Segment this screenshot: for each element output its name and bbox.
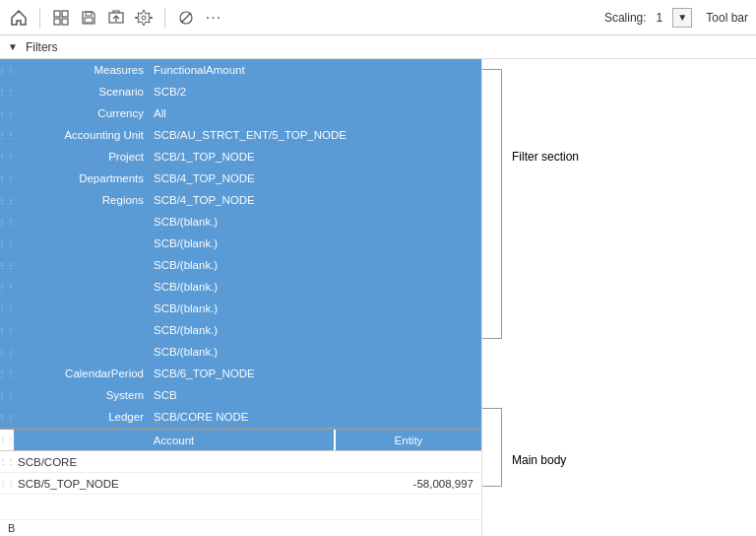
filter-row[interactable]: ⋮⋮ SCB/(blank.) [0, 233, 481, 254]
chevron-down-icon: ▼ [8, 41, 18, 52]
settings-icon[interactable] [133, 7, 155, 29]
filter-row[interactable]: ⋮⋮ SCB/(blank.) [0, 298, 481, 319]
grid-value-cell[interactable]: -58,008,997 [334, 473, 481, 494]
filter-value: SCB/4_TOP_NODE [148, 189, 481, 211]
grid-area: ⋮⋮ Account Entity ⋮⋮ SCB/CORE [0, 428, 481, 519]
entity-value-row: ⋮⋮ SCB/CORE [0, 451, 481, 473]
filter-value: SCB/AU_STRCT_ENT/5_TOP_NODE [148, 124, 481, 146]
filter-label: Ledger [14, 406, 148, 428]
filter-label: Measures [14, 59, 148, 81]
drag-handle: ⋮⋮ [0, 319, 14, 341]
grid-icon[interactable] [50, 7, 72, 29]
footer: B [0, 519, 481, 536]
filter-label: Currency [14, 102, 148, 124]
svg-marker-7 [135, 10, 153, 26]
filter-label: Accounting Unit [14, 124, 148, 146]
filter-value: SCB/4_TOP_NODE [148, 168, 481, 189]
save-icon[interactable] [78, 7, 99, 29]
drag-handle: ⋮⋮ [0, 298, 14, 319]
dropdown-arrow: ▼ [677, 12, 687, 23]
scaling-dropdown[interactable]: ▼ [672, 8, 692, 28]
filter-row[interactable]: ⋮⋮ SCB/(blank.) [0, 341, 481, 363]
right-panel: Filter section Main body [482, 59, 756, 536]
filters-toggle[interactable]: ▼ Filters [8, 40, 58, 54]
separator-2 [164, 8, 165, 28]
more-icon[interactable]: ··· [203, 7, 224, 29]
drag-handle: ⋮⋮ [0, 276, 14, 298]
drag-handle: ⋮⋮ [0, 211, 14, 233]
filter-value: SCB/CORE NODE [148, 406, 481, 428]
drag-handle: ⋮⋮ [0, 189, 14, 211]
svg-rect-1 [62, 11, 68, 17]
export-icon[interactable] [105, 7, 127, 29]
data-row-drag[interactable]: ⋮⋮ [0, 473, 14, 494]
filter-label [14, 319, 148, 341]
left-panel: ⋮⋮ Measures FunctionalAmount ⋮⋮ Scenario… [0, 59, 482, 536]
filter-value: SCB [148, 384, 481, 406]
svg-line-10 [181, 13, 191, 23]
filter-row[interactable]: ⋮⋮ Project SCB/1_TOP_NODE [0, 146, 481, 168]
slash-icon[interactable] [175, 7, 197, 29]
filter-row[interactable]: ⋮⋮ Currency All [0, 102, 481, 124]
scaling-section: Scaling: 1 ▼ Tool bar [604, 8, 748, 28]
filter-row[interactable]: ⋮⋮ SCB/(blank.) [0, 254, 481, 276]
filter-label: Project [14, 146, 148, 168]
svg-point-8 [142, 16, 146, 20]
account-header-label: Account [154, 435, 195, 446]
grid-header-entity[interactable]: Entity [334, 430, 481, 450]
filter-label [14, 254, 148, 276]
filter-label: CalendarPeriod [14, 363, 148, 384]
toolbar: ··· Scaling: 1 ▼ Tool bar [0, 0, 756, 35]
filter-label: Departments [14, 168, 148, 189]
svg-rect-5 [85, 18, 93, 23]
drag-handle: ⋮⋮ [0, 406, 14, 428]
drag-handle: ⋮⋮ [0, 168, 14, 189]
filter-value: SCB/(blank.) [148, 319, 481, 341]
home-icon[interactable] [8, 7, 30, 29]
filter-value: SCB/(blank.) [148, 341, 481, 363]
main-body-bracket [482, 408, 502, 487]
filter-label [14, 341, 148, 363]
grid-account-cell[interactable]: SCB/5_TOP_NODE [14, 473, 334, 494]
filter-label: System [14, 384, 148, 406]
filter-value: FunctionalAmount [148, 59, 481, 81]
filter-label [14, 276, 148, 298]
filter-row[interactable]: ⋮⋮ Departments SCB/4_TOP_NODE [0, 168, 481, 189]
drag-handle: ⋮⋮ [0, 102, 14, 124]
toolbar-name-label: Tool bar [706, 11, 748, 25]
drag-handle: ⋮⋮ [0, 254, 14, 276]
filter-row[interactable]: ⋮⋮ Regions SCB/4_TOP_NODE [0, 189, 481, 211]
grid-header-account[interactable]: Account [14, 430, 334, 450]
scaling-label: Scaling: [604, 11, 647, 25]
filter-value: SCB/(blank.) [148, 254, 481, 276]
drag-handle: ⋮⋮ [0, 124, 14, 146]
filter-label [14, 211, 148, 233]
filter-row[interactable]: ⋮⋮ Scenario SCB/2 [0, 81, 481, 102]
filter-bracket [482, 69, 502, 339]
filter-row[interactable]: ⋮⋮ SCB/(blank.) [0, 276, 481, 298]
separator-1 [39, 8, 40, 28]
filter-value: SCB/6_TOP_NODE [148, 363, 481, 384]
filter-value: SCB/(blank.) [148, 211, 481, 233]
entity-drag-handle[interactable]: ⋮⋮ [0, 430, 14, 450]
filter-row[interactable]: ⋮⋮ Accounting Unit SCB/AU_STRCT_ENT/5_TO… [0, 124, 481, 146]
drag-handle: ⋮⋮ [0, 341, 14, 363]
filter-label: Scenario [14, 81, 148, 102]
filter-value: SCB/(blank.) [148, 276, 481, 298]
grid-header-row: ⋮⋮ Account Entity [0, 430, 481, 451]
filter-row[interactable]: ⋮⋮ Measures FunctionalAmount [0, 59, 481, 81]
svg-rect-2 [54, 19, 60, 25]
content-area: ⋮⋮ Measures FunctionalAmount ⋮⋮ Scenario… [0, 59, 756, 536]
main-body-label: Main body [512, 453, 566, 467]
filter-row[interactable]: ⋮⋮ SCB/(blank.) [0, 211, 481, 233]
filter-row[interactable]: ⋮⋮ CalendarPeriod SCB/6_TOP_NODE [0, 363, 481, 384]
filter-label [14, 298, 148, 319]
row-drag-handle[interactable]: ⋮⋮ [0, 451, 14, 472]
filter-value: SCB/(blank.) [148, 233, 481, 254]
drag-handle: ⋮⋮ [0, 384, 14, 406]
filter-row[interactable]: ⋮⋮ Ledger SCB/CORE NODE [0, 406, 481, 428]
svg-rect-3 [62, 19, 68, 25]
filter-row[interactable]: ⋮⋮ System SCB [0, 384, 481, 406]
svg-rect-4 [86, 12, 92, 16]
filter-row[interactable]: ⋮⋮ SCB/(blank.) [0, 319, 481, 341]
